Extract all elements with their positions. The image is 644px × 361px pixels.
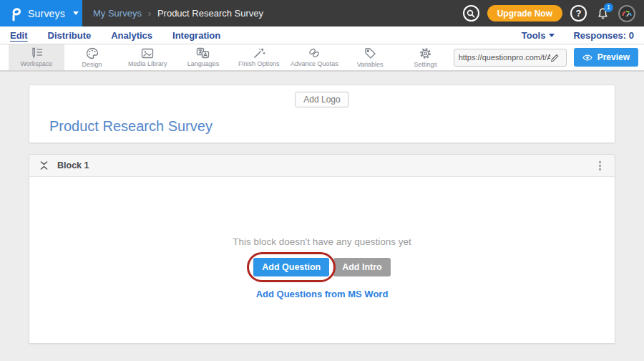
survey-title[interactable]: Product Research Survey <box>49 118 213 135</box>
block-card: Block 1 This block doesn't have any ques… <box>29 154 615 344</box>
kebab-dot <box>599 165 601 167</box>
preview-label: Preview <box>597 52 630 62</box>
topbar-actions: Upgrade Now ? 1 <box>463 5 644 22</box>
add-intro-button[interactable]: Add Intro <box>333 258 391 276</box>
breadcrumb-separator: › <box>148 9 151 19</box>
tools-menu[interactable]: Tools <box>522 30 555 41</box>
empty-block-message: This block doesn't have any questions ye… <box>233 236 411 247</box>
block-actions: Add Question Add Intro <box>253 258 391 276</box>
magic-wand-icon <box>253 47 265 59</box>
tag-icon <box>364 47 376 59</box>
survey-url-box <box>454 49 567 67</box>
main-content: Add Logo Product Research Survey Block 1… <box>0 72 644 344</box>
image-icon <box>141 48 154 59</box>
edit-pencil-icon[interactable] <box>550 53 560 62</box>
tab-label: Finish Options <box>238 60 280 67</box>
toolbar-tab-languages[interactable]: Languages <box>175 44 231 70</box>
workspace-icon <box>29 47 44 59</box>
survey-url-input[interactable] <box>459 53 550 62</box>
toolbar-tab-design[interactable]: Design <box>64 44 120 70</box>
chevron-down-icon <box>73 11 79 15</box>
toolbar-tab-workspace[interactable]: Workspace <box>9 44 64 70</box>
questionpro-logo-icon <box>9 6 21 21</box>
chevron-down-icon <box>549 34 555 37</box>
block-title: Block 1 <box>57 160 89 170</box>
tab-edit[interactable]: Edit <box>10 30 28 41</box>
breadcrumb: My Surveys › Product Research Survey <box>93 8 263 19</box>
tab-label: Advance Quotas <box>291 60 338 67</box>
tab-label: Media Library <box>128 60 167 67</box>
survey-nav: Edit Distribute Analytics Integration To… <box>0 27 644 44</box>
survey-header-card: Add Logo Product Research Survey <box>29 85 615 143</box>
palette-icon <box>86 47 99 59</box>
preview-button[interactable]: Preview <box>574 48 638 67</box>
gauge-avatar-icon <box>621 9 633 19</box>
tab-label: Workspace <box>20 60 52 67</box>
search-button[interactable] <box>463 5 479 21</box>
search-icon <box>467 9 475 18</box>
block-body: This block doesn't have any questions ye… <box>29 177 615 343</box>
eye-icon <box>582 54 592 62</box>
upgrade-now-button[interactable]: Upgrade Now <box>487 5 562 21</box>
tab-distribute[interactable]: Distribute <box>48 30 92 41</box>
kebab-dot <box>599 168 601 170</box>
nav-right: Tools Responses: 0 <box>522 30 634 41</box>
block-options-button[interactable] <box>596 158 604 173</box>
tools-label: Tools <box>522 30 546 41</box>
tab-analytics[interactable]: Analytics <box>111 30 152 41</box>
add-logo-button[interactable]: Add Logo <box>295 92 348 107</box>
gear-icon <box>419 47 431 59</box>
app-name: Surveys <box>28 8 65 19</box>
collapse-block-button[interactable] <box>40 161 48 170</box>
notification-count-badge: 1 <box>604 3 613 12</box>
add-questions-ms-word-link[interactable]: Add Questions from MS Word <box>256 289 389 299</box>
translate-icon <box>196 47 210 59</box>
notifications-button[interactable]: 1 <box>595 6 610 21</box>
block-header: Block 1 <box>29 155 615 177</box>
toolbar-tab-advance-quotas[interactable]: Advance Quotas <box>287 44 343 70</box>
kebab-dot <box>599 161 601 163</box>
toolbar-tab-variables[interactable]: Variables <box>342 44 398 70</box>
tab-label: Design <box>82 61 102 68</box>
tab-label: Settings <box>414 61 438 68</box>
breadcrumb-my-surveys[interactable]: My Surveys <box>93 8 142 19</box>
add-question-button[interactable]: Add Question <box>253 258 329 276</box>
help-button[interactable]: ? <box>570 5 587 21</box>
tab-label: Languages <box>187 60 220 67</box>
tab-label: Variables <box>357 61 384 68</box>
question-mark-icon: ? <box>576 9 582 18</box>
topbar: Surveys My Surveys › Product Research Su… <box>0 0 644 27</box>
breadcrumb-current: Product Research Survey <box>157 8 263 19</box>
toolbar-tab-settings[interactable]: Settings <box>398 44 454 70</box>
responses-count[interactable]: Responses: 0 <box>573 30 634 41</box>
editor-toolbar: Workspace Design Media Library <box>0 44 644 72</box>
app-switcher[interactable]: Surveys <box>0 0 82 27</box>
toolbar-right: Preview <box>454 44 644 70</box>
toolbar-tab-finish-options[interactable]: Finish Options <box>231 44 287 70</box>
chain-link-icon <box>308 47 321 59</box>
tab-integration[interactable]: Integration <box>172 30 220 41</box>
user-avatar[interactable] <box>618 5 635 22</box>
toolbar-tab-media-library[interactable]: Media Library <box>119 44 175 70</box>
